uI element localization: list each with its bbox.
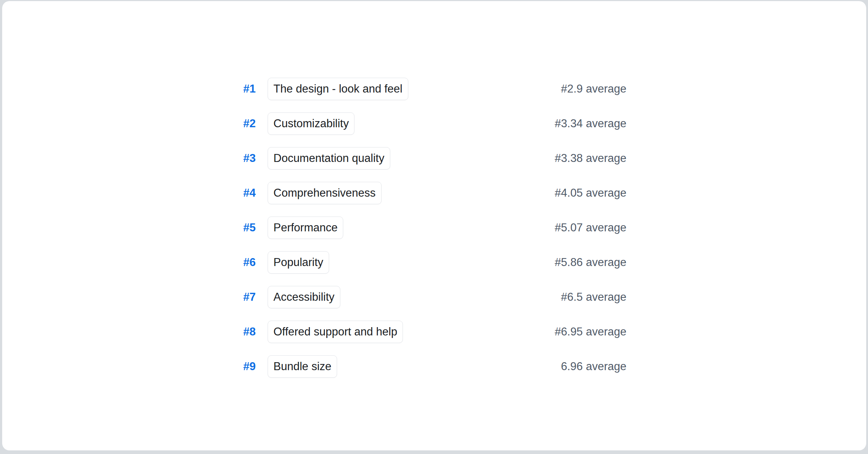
ranking-option-chip: Offered support and help (268, 321, 403, 343)
rank-number: #4 (2, 176, 256, 210)
ranking-option-label: Popularity (273, 256, 323, 269)
ranking-results-list: #1 The design - look and feel #2.9 avera… (2, 72, 866, 384)
ranking-row: #6 Popularity #5.86 average (2, 245, 866, 280)
average-score: 6.96 average (436, 349, 626, 384)
ranking-row: #4 Comprehensiveness #4.05 average (2, 176, 866, 210)
average-score: #3.38 average (436, 141, 626, 176)
ranking-option-label: Customizability (273, 117, 349, 130)
ranking-row: #1 The design - look and feel #2.9 avera… (2, 72, 866, 106)
ranking-option-label: Documentation quality (273, 152, 384, 165)
ranking-option-label: Comprehensiveness (273, 187, 376, 200)
ranking-row: #5 Performance #5.07 average (2, 210, 866, 245)
rank-number: #8 (2, 314, 256, 349)
rank-number: #1 (2, 72, 256, 106)
rank-number: #5 (2, 210, 256, 245)
results-card: #1 The design - look and feel #2.9 avera… (2, 1, 866, 450)
average-score: #3.34 average (436, 106, 626, 141)
ranking-option-label: Accessibility (273, 291, 335, 304)
average-score: #6.5 average (436, 280, 626, 314)
ranking-row: #3 Documentation quality #3.38 average (2, 141, 866, 176)
ranking-row: #2 Customizability #3.34 average (2, 106, 866, 141)
ranking-option-chip: Popularity (268, 251, 329, 274)
ranking-option-label: The design - look and feel (273, 82, 403, 95)
ranking-row: #8 Offered support and help #6.95 averag… (2, 314, 866, 349)
ranking-option-chip: Performance (268, 217, 343, 239)
average-score: #5.07 average (436, 210, 626, 245)
ranking-row: #9 Bundle size 6.96 average (2, 349, 866, 384)
rank-number: #6 (2, 245, 256, 280)
ranking-option-chip: Bundle size (268, 355, 337, 378)
ranking-option-label: Offered support and help (273, 325, 397, 338)
average-score: #4.05 average (436, 176, 626, 210)
average-score: #2.9 average (436, 72, 626, 106)
rank-number: #9 (2, 349, 256, 384)
average-score: #6.95 average (436, 314, 626, 349)
rank-number: #2 (2, 106, 256, 141)
ranking-option-label: Bundle size (273, 360, 331, 373)
ranking-option-chip: The design - look and feel (268, 78, 408, 100)
ranking-option-chip: Comprehensiveness (268, 182, 382, 204)
ranking-option-chip: Customizability (268, 112, 354, 135)
rank-number: #7 (2, 280, 256, 314)
ranking-row: #7 Accessibility #6.5 average (2, 280, 866, 314)
rank-number: #3 (2, 141, 256, 176)
average-score: #5.86 average (436, 245, 626, 280)
ranking-option-label: Performance (273, 221, 337, 234)
ranking-option-chip: Documentation quality (268, 147, 390, 170)
ranking-option-chip: Accessibility (268, 286, 340, 308)
